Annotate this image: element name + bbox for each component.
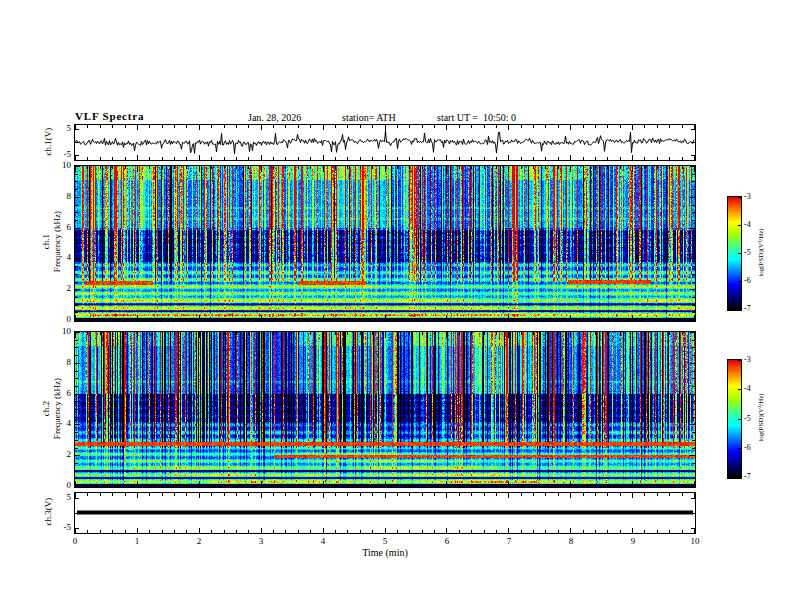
y-tick-label: 5	[40, 123, 71, 134]
x-tick-label: 3	[251, 536, 271, 547]
colorbar-tick-label: -4	[744, 219, 751, 230]
y-tick-label: 10	[40, 326, 71, 337]
y-tick-label: 2	[40, 283, 71, 294]
colorbar-tick-label: -6	[744, 275, 751, 286]
colorbar-tick-label: -6	[744, 442, 751, 453]
y-tick-label: 8	[40, 191, 71, 202]
figure-title: VLF Spectra	[75, 110, 144, 122]
x-tick-label: 6	[437, 536, 457, 547]
ch2-colorbar	[727, 359, 742, 479]
ch3-waveform-ylabel: ch.3(V)	[43, 452, 54, 572]
figure-date: Jan. 28, 2026	[248, 112, 301, 124]
y-tick-label: 8	[40, 357, 71, 368]
colorbar-tick-label: -7	[744, 471, 751, 482]
ch2-colorbar-label: log(PSD)(V²/Hz)	[756, 358, 767, 478]
colorbar-tick-label: -4	[744, 383, 751, 394]
colorbar-tick-label: -5	[744, 413, 751, 424]
x-tick-label: 9	[623, 536, 643, 547]
y-tick-label: 6	[40, 222, 71, 233]
x-tick-label: 8	[561, 536, 581, 547]
x-axis-label: Time (min)	[325, 547, 445, 559]
ch1-waveform-canvas	[74, 124, 696, 161]
figure-start-ut: start UT = 10:50: 0	[437, 112, 516, 124]
y-tick-label: 0	[40, 314, 71, 325]
y-tick-label: 5	[40, 492, 71, 503]
x-tick-label: 0	[65, 536, 85, 547]
vlf-spectra-figure: VLF Spectra Jan. 28, 2026 station= ATH s…	[0, 0, 792, 612]
y-tick-label: -5	[40, 522, 71, 533]
y-tick-label: 10	[40, 160, 71, 171]
y-tick-label: 4	[40, 418, 71, 429]
ch2-spectrogram-canvas	[74, 331, 696, 488]
colorbar-tick-label: -3	[744, 354, 751, 365]
figure-station: station= ATH	[342, 112, 396, 124]
colorbar-tick-label: -5	[744, 247, 751, 258]
x-tick-label: 4	[313, 536, 333, 547]
ch1-spectrogram-canvas	[74, 165, 696, 322]
ch1-colorbar-label: log(PSD)(V²/Hz)	[756, 193, 767, 313]
x-tick-label: 5	[375, 536, 395, 547]
colorbar-tick-label: -3	[744, 191, 751, 202]
ch3-waveform-canvas	[74, 492, 696, 534]
y-tick-label: -5	[40, 149, 71, 160]
colorbar-tick-label: -7	[744, 303, 751, 314]
x-tick-label: 10	[685, 536, 705, 547]
ch1-colorbar	[727, 196, 742, 311]
y-tick-label: 0	[40, 480, 71, 491]
x-tick-label: 7	[499, 536, 519, 547]
x-tick-label: 1	[127, 536, 147, 547]
y-tick-label: 2	[40, 449, 71, 460]
x-tick-label: 2	[189, 536, 209, 547]
y-tick-label: 6	[40, 388, 71, 399]
y-tick-label: 4	[40, 252, 71, 263]
